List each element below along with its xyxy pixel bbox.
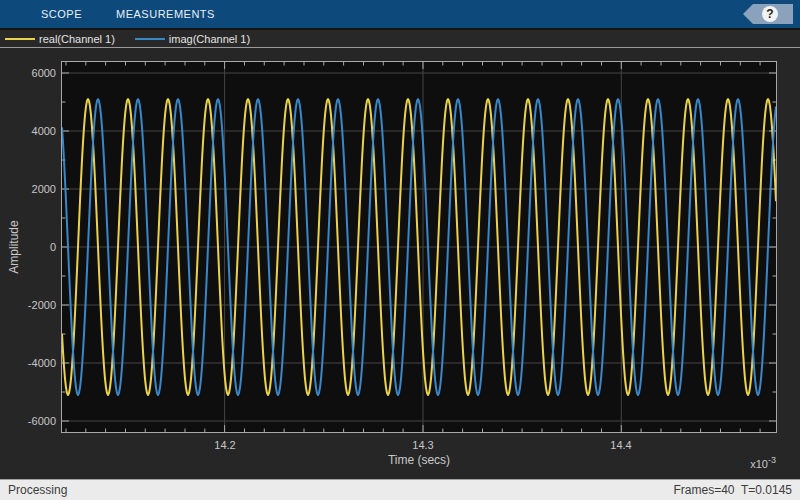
legend-entry-real[interactable]: real(Channel 1) (5, 33, 115, 45)
y-tick-label: -4000 (0, 356, 56, 370)
help-button[interactable]: ? (743, 4, 793, 24)
tab-scope[interactable]: SCOPE (24, 0, 99, 28)
x-tick-label: 14.2 (195, 438, 255, 452)
legend-label-imag: imag(Channel 1) (169, 33, 250, 45)
y-tick-label: -6000 (0, 414, 56, 428)
y-tick-label: 2000 (0, 182, 56, 196)
real-line-swatch (5, 38, 35, 40)
y-tick-label: 0 (0, 240, 56, 254)
legend-entry-imag[interactable]: imag(Channel 1) (135, 33, 250, 45)
time-scope-window: SCOPE MEASUREMENTS ? real(Channel 1) ima… (0, 0, 800, 500)
help-icon: ? (762, 6, 778, 22)
toolstrip: SCOPE MEASUREMENTS ? (0, 0, 800, 28)
x-tick-label: 14.4 (591, 438, 651, 452)
imag-line-swatch (135, 38, 165, 40)
legend-bar: real(Channel 1) imag(Channel 1) (0, 28, 800, 48)
frames-time-readout: Frames=40 T=0.0145 (673, 483, 792, 497)
waveform-canvas (62, 62, 776, 432)
plot-area[interactable] (61, 61, 777, 433)
y-tick-label: -2000 (0, 298, 56, 312)
legend-label-real: real(Channel 1) (39, 33, 115, 45)
y-tick-label: 4000 (0, 124, 56, 138)
tab-measurements[interactable]: MEASUREMENTS (99, 0, 232, 28)
status-message: Processing (8, 483, 67, 497)
x-axis-label: Time (secs) (319, 453, 519, 467)
status-bar: Processing Frames=40 T=0.0145 (0, 479, 800, 500)
x-tick-label: 14.3 (393, 438, 453, 452)
x-axis-multiplier: x10-3 (750, 455, 776, 470)
y-tick-label: 6000 (0, 66, 56, 80)
figure-area: Amplitude Time (secs) x10-3 -6000-4000-2… (0, 48, 800, 479)
